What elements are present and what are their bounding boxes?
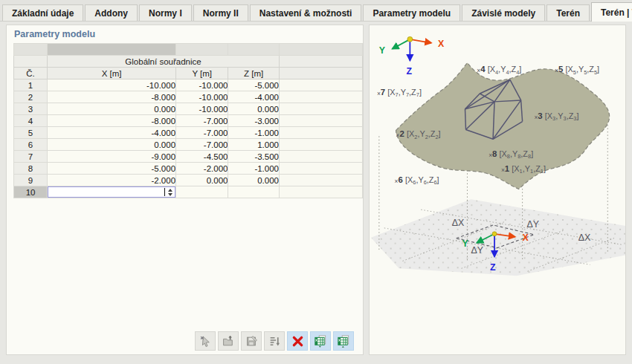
value-cell-y[interactable]: -10.000 <box>176 91 228 103</box>
origin-dot <box>492 232 497 236</box>
value-cell-y[interactable]: -4.500 <box>176 151 228 163</box>
value-cell-x[interactable]: -8.000 <box>48 115 176 127</box>
value-cell-y[interactable]: -2.000 <box>176 163 228 175</box>
import-table-button <box>218 331 239 351</box>
value-cell-y[interactable]: -10.000 <box>176 79 228 91</box>
tab-normy-ii[interactable]: Normy II <box>193 4 248 21</box>
table-row: 60.000-7.0001.000 <box>14 139 363 151</box>
row-header[interactable]: 5 <box>14 127 48 139</box>
tab-parametry-modelu[interactable]: Parametry modelu <box>363 4 460 21</box>
value-cell-z[interactable]: -3.000 <box>228 115 280 127</box>
excel-import-button[interactable] <box>310 331 331 351</box>
row-header[interactable]: 1 <box>14 79 48 91</box>
delete-x-icon <box>291 335 304 348</box>
spinner-down-button[interactable] <box>168 193 172 196</box>
value-cell-y[interactable]: -7.000 <box>176 139 228 151</box>
column-indicator-strip <box>14 44 48 56</box>
coordinate-input[interactable] <box>48 188 164 197</box>
tab-z-visl-modely[interactable]: Závislé modely <box>462 4 545 21</box>
excel-export-button[interactable] <box>333 331 354 351</box>
spinner-up-button[interactable] <box>168 189 172 192</box>
cell-editor[interactable] <box>48 186 175 198</box>
delta-label: ΔY <box>471 245 483 256</box>
origin-dot <box>407 36 413 42</box>
axes-triad-top: X Y Z <box>379 36 445 77</box>
terrain-illustration: X Y Z X Y Z ×4 [X4,Y4,Z4]×5 [X5,Y5,Z5]×7… <box>370 25 625 354</box>
value-cell-z[interactable]: -1.000 <box>228 127 280 139</box>
sort-icon <box>268 335 281 348</box>
value-cell-x[interactable]: -9.000 <box>48 151 176 163</box>
table-row: 30.000-10.0000.000 <box>14 103 363 115</box>
pick-in-graphic-button <box>195 331 216 351</box>
tail-cell <box>279 186 362 198</box>
value-cell-y[interactable]: 0.000 <box>176 175 228 186</box>
value-cell-x[interactable]: -10.000 <box>48 79 176 91</box>
row-header[interactable]: 9 <box>14 175 48 186</box>
value-cell-z[interactable]: 1.000 <box>228 139 280 151</box>
row-header[interactable]: 7 <box>14 151 48 163</box>
z-axis-label: Z <box>406 66 412 77</box>
corner-header <box>14 56 48 68</box>
row-header[interactable]: 6 <box>14 139 48 151</box>
table-row: 4-8.000-7.000-3.000 <box>14 115 363 127</box>
table-row: 10 <box>14 186 363 198</box>
tab-ter-n-tabulka[interactable]: Terén | Tabulka <box>591 2 632 22</box>
value-cell-z[interactable]: -5.000 <box>228 79 280 91</box>
excel-import-icon <box>315 335 327 348</box>
delta-label: ΔX <box>578 233 590 243</box>
save-table-button <box>241 331 262 351</box>
value-cell-x[interactable]: -5.000 <box>48 163 176 175</box>
tab-addony[interactable]: Addony <box>85 4 138 21</box>
value-cell-z[interactable]: -4.000 <box>228 91 280 103</box>
table-row: 5-4.000-7.000-1.000 <box>14 127 363 139</box>
row-header[interactable]: 10 <box>14 186 48 198</box>
value-cell-z[interactable]: 0.000 <box>228 103 280 115</box>
terrain-point-label-6: ×6 [X6,Y6,Z6] <box>395 175 439 186</box>
value-cell-z[interactable]: -1.000 <box>228 163 280 175</box>
tab-nastaven-mo-nosti[interactable]: Nastavení & možnosti <box>250 4 362 21</box>
terrain-point-label-4: ×4 [X4,Y4,Z4] <box>477 65 521 75</box>
column-indicator-strip <box>176 44 228 56</box>
y-axis-label: Y <box>379 45 386 56</box>
tail-header <box>279 56 362 68</box>
value-cell-x[interactable]: -2.000 <box>48 175 176 186</box>
tab-ter-n[interactable]: Terén <box>546 4 590 21</box>
column-header-z[interactable]: Z [m] <box>228 68 280 79</box>
tab-z-kladn-daje[interactable]: Základní údaje <box>2 4 83 21</box>
column-header-index[interactable]: Č. <box>14 68 48 79</box>
column-indicator-strip <box>228 44 280 56</box>
edit-cell[interactable] <box>48 186 176 198</box>
value-spinner[interactable] <box>165 187 175 197</box>
tail-header <box>279 68 362 79</box>
value-cell-z[interactable]: -3.500 <box>228 151 280 163</box>
group-header: Globální souřadnice <box>48 56 280 68</box>
value-cell-y[interactable]: -10.000 <box>176 103 228 115</box>
pick-cursor-icon <box>199 335 212 348</box>
tail-cell <box>279 163 362 175</box>
column-header-x[interactable]: X [m] <box>48 68 176 79</box>
value-cell-x[interactable]: -4.000 <box>48 127 176 139</box>
tail-cell <box>279 91 362 103</box>
model-data-window: { "tabs": [ {"label": "Základní údaje", … <box>0 0 632 364</box>
row-header[interactable]: 3 <box>14 103 48 115</box>
value-cell-x[interactable]: -8.000 <box>48 91 176 103</box>
column-header-y[interactable]: Y [m] <box>176 68 228 79</box>
value-cell-y[interactable]: -7.000 <box>176 115 228 127</box>
row-header[interactable]: 2 <box>14 91 48 103</box>
x-axis-label: X <box>438 39 445 49</box>
tail-cell <box>279 103 362 115</box>
value-cell-z[interactable]: 0.000 <box>228 175 280 186</box>
value-cell-y[interactable]: -7.000 <box>176 127 228 139</box>
row-header[interactable]: 4 <box>14 115 48 127</box>
value-cell-z[interactable] <box>228 186 280 198</box>
row-header[interactable]: 8 <box>14 163 48 175</box>
excel-export-icon <box>338 335 350 348</box>
value-cell-x[interactable]: 0.000 <box>48 139 176 151</box>
value-cell-x[interactable]: 0.000 <box>48 103 176 115</box>
value-cell-y[interactable] <box>176 186 228 198</box>
table-row: 8-5.000-2.000-1.000 <box>14 163 363 175</box>
delete-all-button[interactable] <box>287 331 308 351</box>
tab-normy-i[interactable]: Normy I <box>139 4 192 21</box>
model-parameters-table: Globální souřadniceČ.X [m]Y [m]Z [m]1-10… <box>13 43 363 198</box>
import-folder-icon <box>222 335 235 348</box>
